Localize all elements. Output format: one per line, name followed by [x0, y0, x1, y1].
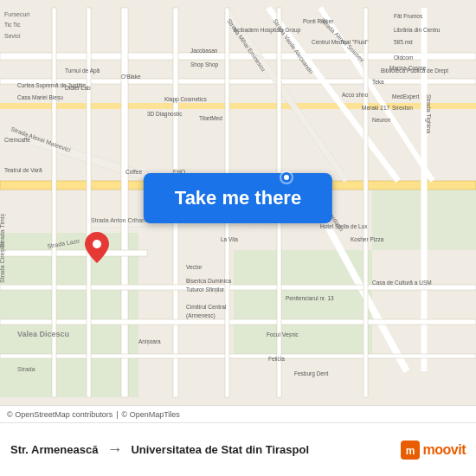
svg-text:Strada Anton Crihan: Strada Anton Crihan: [91, 217, 145, 223]
svg-text:Focul Veșnic: Focul Veșnic: [267, 331, 299, 338]
moovit-name: moovit: [423, 442, 466, 458]
attribution-bar: © OpenStreetMap contributors | © OpenMap…: [0, 405, 476, 422]
svg-text:Hotel Stella de Lux: Hotel Stella de Lux: [320, 223, 368, 229]
svg-text:Shop Shop: Shop Shop: [190, 61, 219, 68]
svg-text:Strada Tighina: Strada Tighina: [425, 94, 432, 133]
svg-text:Cimitirul Central: Cimitirul Central: [186, 304, 227, 310]
svg-rect-25: [52, 8, 56, 397]
svg-text:Neuron: Neuron: [372, 117, 391, 123]
svg-text:Tuturor Sfinților: Tuturor Sfinților: [186, 286, 225, 293]
app-container: Strada Alexei Mateevici Strada Anton Cri…: [0, 0, 476, 476]
svg-text:Fesburg Dent: Fesburg Dent: [294, 370, 329, 377]
svg-text:TibetMed: TibetMed: [199, 115, 222, 121]
svg-text:Librăria din Centru: Librăria din Centru: [394, 27, 441, 33]
svg-text:MedExpert: MedExpert: [392, 93, 420, 100]
route-arrow-icon: →: [106, 441, 122, 459]
moovit-logo: m moovit: [401, 441, 466, 460]
svg-text:m: m: [405, 445, 415, 457]
svg-text:Didier Lab: Didier Lab: [65, 85, 91, 91]
svg-text:Teatrul de Vară: Teatrul de Vară: [4, 167, 42, 173]
svg-text:Klapp Cosmetics: Klapp Cosmetics: [164, 96, 208, 103]
bottom-bar: Str. Armenească → Universitatea de Stat …: [0, 422, 476, 476]
svg-rect-21: [0, 250, 147, 256]
svg-text:Cremcaffé: Cremcaffé: [4, 137, 30, 143]
svg-text:Casa de Cultură a USM: Casa de Cultură a USM: [372, 280, 432, 286]
svg-text:Meraki 217: Meraki 217: [362, 105, 390, 111]
svg-rect-24: [0, 354, 476, 358]
svg-text:Fât Frumos: Fât Frumos: [394, 13, 423, 19]
svg-text:Acibadem Hospitals Group: Acibadem Hospitals Group: [234, 27, 301, 34]
svg-text:Ponti Rieker: Ponti Rieker: [303, 18, 334, 24]
svg-text:Centrul Medical "Fluid": Centrul Medical "Fluid": [312, 39, 369, 45]
svg-text:Fursecuri: Fursecuri: [4, 11, 30, 17]
svg-text:Casa Mariei Bieșu: Casa Mariei Bieșu: [17, 94, 63, 101]
svg-text:Oldcom: Oldcom: [394, 55, 413, 61]
svg-rect-26: [87, 8, 91, 397]
svg-text:Teka: Teka: [372, 79, 384, 85]
osm-attribution: © OpenStreetMap contributors: [7, 410, 113, 419]
svg-text:Jacobasan: Jacobasan: [190, 48, 218, 54]
svg-text:Kosher Pizza: Kosher Pizza: [351, 236, 384, 242]
svg-text:Acco shno: Acco shno: [342, 92, 369, 98]
svg-text:Biserica Duminica: Biserica Duminica: [186, 278, 231, 284]
svg-text:Sirexton: Sirexton: [392, 105, 413, 111]
svg-text:Sevici: Sevici: [4, 33, 21, 39]
svg-text:3D Diagnostic: 3D Diagnostic: [147, 111, 183, 118]
attribution-separator: |: [116, 410, 118, 419]
svg-text:(Armenesc): (Armenesc): [186, 312, 215, 319]
svg-text:Strada Cireșilor: Strada Cireșilor: [0, 241, 6, 283]
svg-text:Penitenciarul nr. 13: Penitenciarul nr. 13: [286, 295, 334, 301]
svg-text:O'Blake: O'Blake: [121, 74, 141, 80]
take-me-there-button[interactable]: Take me there: [144, 173, 332, 223]
svg-text:Vector: Vector: [186, 264, 203, 270]
svg-text:Tic Tic: Tic Tic: [4, 22, 21, 28]
tiles-attribution: © OpenMapTiles: [122, 410, 180, 419]
svg-text:Valea Dicescu: Valea Dicescu: [17, 330, 69, 338]
svg-rect-29: [363, 8, 368, 397]
svg-text:585.md: 585.md: [394, 39, 413, 45]
svg-text:Anișoara: Anișoara: [138, 338, 161, 345]
svg-rect-1: [0, 233, 138, 397]
route-to: Universitatea de Stat din Tiraspol: [131, 443, 400, 456]
route-from: Str. Armenească: [10, 443, 98, 456]
destination-pin: [85, 232, 109, 263]
moovit-icon: m: [401, 441, 420, 460]
svg-rect-23: [0, 319, 476, 325]
svg-point-91: [284, 175, 289, 180]
svg-text:Biblioteca Publică de Drept: Biblioteca Publică de Drept: [381, 68, 448, 74]
svg-text:Felicia: Felicia: [268, 356, 285, 362]
svg-rect-19: [121, 8, 128, 397]
current-location-dot: [279, 170, 294, 185]
map-area: Strada Alexei Mateevici Strada Anton Cri…: [0, 0, 476, 405]
svg-point-88: [93, 240, 101, 248]
svg-text:Turnul de Apă: Turnul de Apă: [65, 68, 100, 74]
svg-text:Coffee: Coffee: [125, 169, 142, 175]
svg-text:Strada: Strada: [17, 366, 35, 372]
svg-text:La Vila: La Vila: [221, 236, 238, 242]
